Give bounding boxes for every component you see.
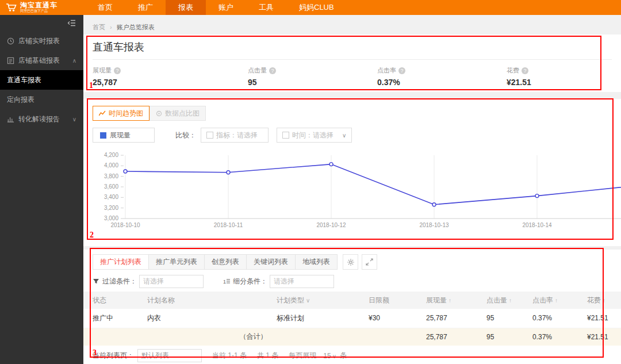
chevron-up-icon: ∧ [72,58,76,64]
svg-text:4,000: 4,000 [104,162,118,168]
summary-cost: ¥21.51 [578,328,621,346]
tab-region-list[interactable]: 地域列表 [295,254,338,270]
nav-home[interactable]: 首页 [85,0,125,15]
checkbox-icon[interactable] [282,132,289,139]
col-plan-type[interactable]: 计划类型∨ [267,292,359,309]
svg-text:3,000: 3,000 [104,215,118,221]
svg-text:2018-10-14: 2018-10-14 [522,222,552,228]
segment-icon: 1 [223,278,230,285]
cell-cost: ¥21.51 [578,309,621,328]
settings-button[interactable] [343,254,358,270]
stat-value: 0.37% [377,78,507,87]
cell-daily-budget: ¥30 [359,309,417,328]
segment-label: 细分条件： [233,277,267,286]
help-icon[interactable]: ? [398,67,405,74]
time-placeholder: 时间：请选择 [292,131,334,140]
metric-placeholder: 指标：请选择 [216,131,258,140]
cell-clicks: 95 [477,309,523,328]
sidebar-collapse-icon[interactable] [67,20,76,26]
sort-up-icon: ↑ [448,297,451,304]
sidebar-item-store-basic-report[interactable]: 店铺基础报表 ∧ [0,51,83,70]
tab-data-compare[interactable]: 数据点比图 [150,106,206,121]
nav-reports[interactable]: 报表 [166,0,206,15]
breadcrumb-current: 账户总览报表 [117,24,155,30]
help-icon[interactable]: ? [269,67,276,74]
logo-title: 淘宝直通车 [20,2,57,9]
sidebar-item-store-realtime-report[interactable]: 店铺实时报表 [0,31,83,51]
tab-campaign-list[interactable]: 推广计划列表 [93,254,149,270]
table-header-row: 状态 计划名称 计划类型∨ 日限额 展现量↑ 点击量↑ 点击率↑ 花费↑ [83,292,621,309]
nav-tools[interactable]: 工具 [246,0,286,15]
table-row: 推广中 内衣 标准计划 ¥30 25,787 95 0.37% ¥21.51 [83,309,621,328]
tab-keyword-list[interactable]: 关键词列表 [246,254,296,270]
per-page-select[interactable]: 15∨ [323,352,336,360]
sort-up-icon: ↑ [509,297,512,304]
app-logo[interactable]: 淘宝直通车 阿里巴巴旗下产品 [0,0,85,15]
svg-text:2018-10-13: 2018-10-13 [419,222,449,228]
line-chart-icon [99,110,106,116]
col-impressions[interactable]: 展现量↑ [417,292,477,309]
sidebar-item-conversion-report[interactable]: 转化解读报告 ∨ [0,109,83,129]
sidebar-item-label: 店铺基础报表 [18,56,60,66]
nav-mama-club[interactable]: 妈妈CLUB [286,0,347,15]
col-clicks[interactable]: 点击量↑ [477,292,523,309]
chart-tabs: 时间趋势图 数据点比图 [93,106,621,121]
sidebar-top [0,15,83,31]
caret-down-icon: ∨ [332,353,336,359]
svg-text:3,400: 3,400 [104,194,118,200]
breadcrumb-home[interactable]: 首页 [93,24,105,30]
nav-account[interactable]: 账户 [206,0,246,15]
trend-line-chart: 3,0003,2003,4003,6003,8004,0004,2002018-… [83,150,621,236]
cell-status: 推广中 [83,309,138,328]
report-icon [7,57,14,64]
stat-impressions: 展现量? 25,787 [93,66,248,87]
col-cost[interactable]: 花费↑ [578,292,621,309]
sidebar: 店铺实时报表 店铺基础报表 ∧ 直通车报表 定向报表 转化解读报告 ∨ [0,15,83,364]
table-card: 推广计划列表 推广单元列表 创意列表 关键词列表 地域列表 过滤条件： 1 [83,250,621,364]
chevron-down-icon: ∨ [72,116,76,122]
compare-time-select[interactable]: 时间：请选择 ∨ [277,128,352,143]
svg-text:2018-10-11: 2018-10-11 [214,222,243,228]
svg-text:2018-10-12: 2018-10-12 [316,222,346,228]
summary-label: （合计） [138,328,359,346]
page-title: 直通车报表 [93,40,612,60]
segment-select[interactable] [270,275,334,288]
fullscreen-button[interactable] [362,254,377,270]
stat-cost: 花费? ¥21.51 [507,66,531,87]
sort-up-icon: ↑ [603,297,605,304]
sidebar-item-label: 转化解读报告 [18,114,60,124]
svg-text:1: 1 [223,279,226,285]
tab-adgroup-list[interactable]: 推广单元列表 [148,254,205,270]
summary-impressions: 25,787 [417,328,477,346]
list-select[interactable] [137,349,202,362]
chart-card: 时间趋势图 数据点比图 展现量 比较： 指标：请选择 时间：请选择 ∨ [83,99,621,246]
stat-label: 花费 [507,66,519,75]
tab-label: 数据点比图 [165,109,200,118]
svg-text:4,200: 4,200 [104,152,118,158]
breadcrumb: 首页 › 账户总览报表 [83,15,621,32]
series-color-swatch [100,132,106,139]
caret-down-icon: ∨ [342,132,346,139]
compare-metric-select[interactable]: 指标：请选择 [201,128,269,143]
series-selector[interactable]: 展现量 [93,128,155,143]
filter-select[interactable] [139,275,204,288]
stat-ctr: 点击率? 0.37% [377,66,507,87]
series-label: 展现量 [110,131,131,140]
help-icon[interactable]: ? [522,67,528,74]
gear-icon [347,258,355,266]
help-icon[interactable]: ? [114,67,121,74]
nav-promotion[interactable]: 推广 [125,0,166,15]
col-ctr[interactable]: 点击率↑ [523,292,578,309]
checkbox-icon[interactable] [206,132,213,139]
sidebar-item-targeting-report[interactable]: 定向报表 [0,90,83,109]
col-daily-budget: 日限额 [359,292,417,309]
tab-time-trend[interactable]: 时间趋势图 [93,106,150,121]
stats-row: 展现量? 25,787 点击量? 95 点击率? 0.37% 花费? ¥21.5… [93,60,612,87]
sort-up-icon: ↑ [555,297,558,304]
sidebar-item-ztc-report[interactable]: 直通车报表 [0,70,83,90]
svg-text:3,600: 3,600 [104,183,118,190]
tab-creative-list[interactable]: 创意列表 [204,254,247,270]
chevron-right-icon: › [110,24,112,30]
top-header: 淘宝直通车 阿里巴巴旗下产品 首页 推广 报表 账户 工具 妈妈CLUB [0,0,621,15]
campaign-table: 状态 计划名称 计划类型∨ 日限额 展现量↑ 点击量↑ 点击率↑ 花费↑ 推广中… [83,292,621,346]
